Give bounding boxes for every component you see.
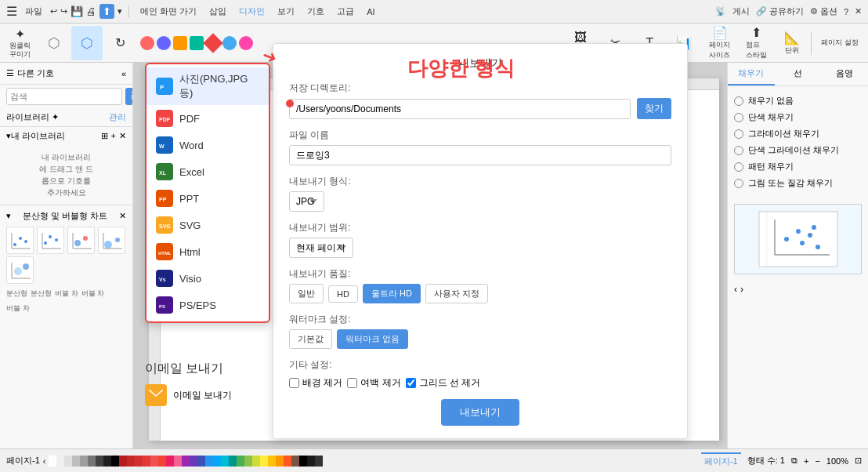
color-darkgray[interactable]: [103, 456, 111, 467]
checkbox-bg-remove[interactable]: 배경 제거: [289, 376, 342, 390]
close-library-icon[interactable]: ✕: [119, 131, 126, 141]
color-gray3[interactable]: [80, 456, 88, 467]
checkbox-grid-remove[interactable]: 그리드 선 제거: [406, 376, 481, 390]
color-lightgray[interactable]: [56, 456, 64, 467]
watermark-row: 워터마크 설정: 기본값 워터마크 없음: [289, 313, 671, 349]
export-format-select[interactable]: JPG PNG PDF: [289, 191, 324, 212]
watermark-none[interactable]: 워터마크 없음: [337, 329, 408, 349]
redo-icon[interactable]: ↪: [60, 6, 67, 16]
color-black[interactable]: [111, 456, 119, 467]
bg-remove-checkbox[interactable]: [289, 378, 299, 388]
menu-insert[interactable]: 삽입: [204, 4, 231, 19]
search-button[interactable]: 검색: [125, 88, 133, 105]
sidebar-other-symbols[interactable]: ☰ 다른 기호 «: [0, 63, 132, 85]
svg-point-0: [13, 243, 16, 246]
menu-advanced[interactable]: 고급: [332, 4, 359, 19]
format-label-html: Html: [179, 246, 201, 258]
chart-label-5: 버블 차: [6, 304, 30, 312]
color-red-dark[interactable]: [119, 456, 127, 467]
format-label-excel: Excel: [179, 166, 204, 178]
options-btn[interactable]: ⚙ 옵션: [810, 5, 837, 17]
menu-symbol[interactable]: 기호: [302, 4, 329, 19]
export-panel: 내보내기 저장 디렉토리: 찾기 파일 이름 내보내기 형식: JPG PNG …: [273, 43, 688, 439]
collapse-icon[interactable]: «: [121, 69, 126, 78]
page-nav-prev[interactable]: ‹: [43, 456, 46, 466]
checkbox-margin-remove[interactable]: 여백 제거: [347, 376, 400, 390]
rotate-icon: ↻: [115, 35, 125, 50]
share-btn[interactable]: 🔗 공유하기: [756, 5, 804, 17]
menu-ai[interactable]: AI: [362, 5, 379, 18]
save-dir-label: 저장 디렉토리:: [289, 82, 671, 95]
chart-thumb-5[interactable]: [6, 256, 34, 284]
menu-design[interactable]: 디자인: [234, 4, 269, 19]
color-white[interactable]: [49, 456, 56, 467]
chart-section-header[interactable]: ▾ 분산형 및 버블형 차트 ✕: [6, 209, 126, 223]
format-item-visio[interactable]: Vs Visio: [146, 265, 269, 292]
margin-remove-checkbox[interactable]: [347, 378, 357, 388]
quality-ultra-hd[interactable]: 울트라 HD: [363, 284, 421, 303]
search-input[interactable]: [6, 88, 122, 105]
format-item-excel[interactable]: XL Excel: [146, 158, 269, 185]
export-range-select[interactable]: 현재 페이지 전체: [289, 238, 353, 258]
email-section-title: 이메일 보내기: [145, 361, 223, 377]
save-dir-input[interactable]: [289, 99, 631, 119]
format-item-ppt[interactable]: PP PPT: [146, 185, 269, 212]
color-gray5[interactable]: [96, 456, 103, 467]
page-indicator: 페이지-1: [6, 455, 40, 467]
chart-label-1: 분산형: [6, 289, 27, 299]
format-item-pseps[interactable]: PS PS/EPS: [146, 292, 269, 318]
format-item-svg[interactable]: SVG SVG: [146, 212, 269, 238]
export-submit-button[interactable]: 내보내기: [441, 399, 519, 426]
format-item-word[interactable]: W Word: [146, 132, 269, 158]
chart-thumb-2[interactable]: [37, 227, 64, 254]
expand-library-icon[interactable]: ⊞: [101, 131, 108, 141]
one-click-btn[interactable]: ✦ 원클릭꾸미기: [3, 26, 37, 60]
color-gray4[interactable]: [88, 456, 96, 467]
style-btn-1[interactable]: ⬡: [38, 26, 70, 60]
style-btn-2[interactable]: ⬡: [71, 26, 103, 60]
quality-custom[interactable]: 사용자 지정: [425, 284, 488, 303]
hamburger-icon[interactable]: ☰: [6, 4, 17, 19]
undo-icon[interactable]: ↩: [50, 6, 57, 16]
email-send-item[interactable]: 이메일 보내기: [145, 384, 232, 406]
color-red1[interactable]: [127, 456, 135, 467]
filename-label: 파일 이름: [289, 129, 671, 142]
manage-label[interactable]: 관리: [109, 111, 126, 123]
menu-view[interactable]: 보기: [273, 4, 299, 19]
add-library-icon[interactable]: +: [111, 131, 116, 141]
svg-text:SVG: SVG: [159, 223, 171, 229]
format-item-html[interactable]: HTML Html: [146, 238, 269, 265]
menu-main[interactable]: 메인 화면 가기: [136, 4, 201, 19]
chart-section: ▾ 분산형 및 버블형 차트 ✕ 분산형 분산형 버블 차: [0, 205, 132, 318]
close-btn[interactable]: ✕: [855, 6, 862, 16]
post-btn[interactable]: 게시: [732, 5, 750, 17]
quality-normal[interactable]: 일반: [289, 284, 324, 303]
color-gray1[interactable]: [64, 456, 72, 467]
format-item-pdf[interactable]: PDF PDF: [146, 105, 269, 132]
find-button[interactable]: 찾기: [637, 98, 671, 119]
format-item-png[interactable]: P 사진(PNG,JPG 등): [146, 67, 269, 105]
watermark-default[interactable]: 기본값: [289, 329, 332, 349]
svg-point-1: [19, 237, 22, 240]
menu-file[interactable]: 파일: [20, 4, 47, 19]
close-chart-icon[interactable]: ✕: [119, 211, 126, 221]
grid-remove-checkbox[interactable]: [406, 378, 416, 388]
color-gray2[interactable]: [72, 456, 80, 467]
help-btn[interactable]: ?: [844, 7, 848, 16]
excel-icon: XL: [156, 163, 173, 180]
print-icon[interactable]: 🖨: [86, 5, 96, 17]
save-icon[interactable]: 💾: [71, 5, 83, 17]
quality-hd[interactable]: HD: [328, 285, 358, 303]
share-export-icon[interactable]: ⬆: [99, 4, 114, 19]
chart-thumb-4[interactable]: [98, 227, 125, 254]
format-label-pseps: PS/EPS: [179, 300, 216, 311]
chart-thumb-3[interactable]: [67, 227, 95, 254]
chart-thumb-1[interactable]: [6, 227, 34, 254]
my-library-header[interactable]: ▾ 내 라이브러리 ⊞ + ✕: [0, 126, 132, 145]
filename-input[interactable]: [289, 145, 671, 165]
dropdown-arrow[interactable]: ▾: [118, 6, 122, 16]
rotate-btn[interactable]: ↻: [104, 26, 136, 60]
library-row: 라이브러리 ✦ 관리: [0, 108, 132, 126]
svg-point-19: [23, 263, 29, 270]
pseps-icon: PS: [156, 296, 173, 314]
